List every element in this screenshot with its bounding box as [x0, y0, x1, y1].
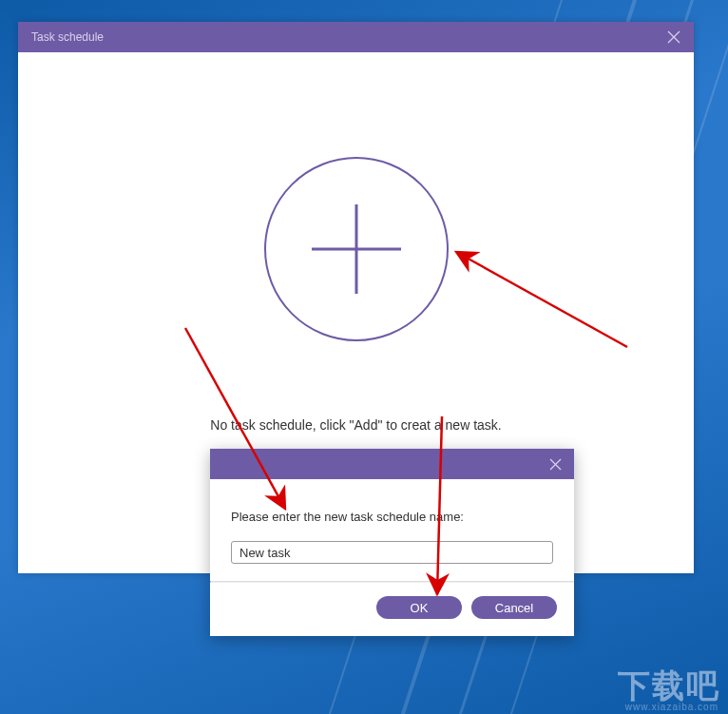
modal-titlebar [210, 449, 574, 479]
cancel-button[interactable]: Cancel [471, 596, 557, 619]
main-window-title: Task schedule [31, 30, 104, 44]
plus-icon [304, 197, 409, 301]
ok-button[interactable]: OK [376, 596, 462, 619]
modal-prompt-label: Please enter the new task schedule name: [231, 510, 553, 524]
modal-close-button[interactable] [546, 454, 565, 473]
modal-body: Please enter the new task schedule name: [210, 479, 574, 581]
close-icon [667, 30, 680, 44]
watermark-url: www.xiazaiba.com [625, 702, 718, 712]
modal-footer: OK Cancel [210, 583, 574, 636]
new-task-dialog: Please enter the new task schedule name:… [210, 449, 574, 636]
main-titlebar: Task schedule [18, 22, 694, 52]
main-close-button[interactable] [663, 27, 684, 48]
desktop-background: Task schedule No task schedule, click "A… [0, 0, 728, 714]
close-icon [549, 458, 562, 471]
task-name-input[interactable] [231, 541, 553, 564]
empty-state-message: No task schedule, click "Add" to creat a… [210, 417, 501, 433]
add-task-button[interactable] [264, 157, 449, 341]
